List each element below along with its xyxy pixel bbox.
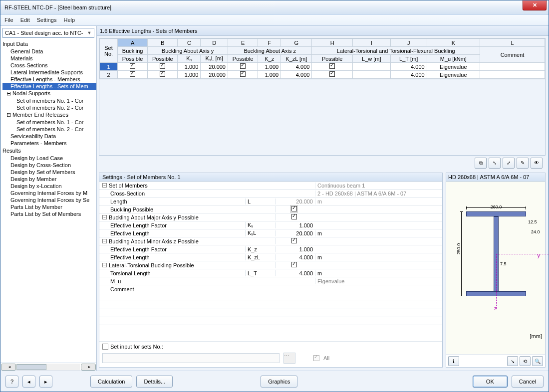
window-title: RF-STEEL NTC-DF - [Steel beam structure] [4, 4, 111, 10]
preview-btn-2[interactable]: ⟲ [520, 356, 531, 366]
tree-nodal[interactable]: ⊟ Nodal Supports [2, 90, 96, 97]
prev-button[interactable]: ◂ [22, 376, 35, 388]
tree-r-som[interactable]: Design by Set of Members [2, 169, 96, 176]
tree-eff-members[interactable]: Effective Lengths - Members [2, 76, 96, 83]
tree-serv[interactable]: Serviceability Data [2, 133, 96, 140]
tree-lateral[interactable]: Lateral Intermediate Supports [2, 69, 96, 76]
tree-r-plsom[interactable]: Parts List by Set of Members [2, 210, 96, 217]
titlebar: RF-STEEL NTC-DF - [Steel beam structure]… [0, 0, 549, 14]
tree-eff-sets-selected[interactable]: Effective Lengths - Sets of Mem [2, 83, 96, 90]
next-button[interactable]: ▸ [39, 376, 52, 388]
toolbar-btn-3[interactable]: ⤢ [503, 158, 515, 169]
tree-hscroll[interactable]: ◂ ▸ [0, 363, 96, 371]
sets-no-input[interactable] [102, 353, 279, 363]
ok-button[interactable]: OK [473, 376, 508, 388]
menu-settings[interactable]: Settings [37, 17, 57, 23]
col-set-no: SetNo. [100, 39, 118, 63]
section-drawing: 260.0 250.0 12.5 24.0 7.5 y z [mm] [446, 182, 545, 354]
left-panel: CA1 - Steel design acc. to NTC- ▼ Input … [0, 26, 97, 371]
buckling-possible-checkbox[interactable] [291, 206, 297, 211]
grid-row-2[interactable]: 2 1.000 20.000 1.000 4.000 4.000 Eigenva… [100, 71, 545, 79]
case-combo[interactable]: CA1 - Steel design acc. to NTC- ▼ [2, 28, 94, 38]
tree-mer1[interactable]: Set of members No. 1 - Cor [2, 119, 96, 126]
all-checkbox[interactable] [313, 355, 319, 361]
preview-btn-3[interactable]: 🔍 [532, 356, 543, 366]
settings-footer: Set input for sets No.: ⋯ All [99, 341, 442, 367]
scroll-right-icon[interactable]: ▸ [81, 364, 96, 371]
right-panel: 1.6 Effective Lengths - Sets of Members … [97, 26, 549, 371]
pane-title: 1.6 Effective Lengths - Sets of Members [97, 26, 549, 36]
nav-tree[interactable]: Input Data General Data Materials Cross-… [0, 39, 96, 363]
toolbar-btn-4[interactable]: ✎ [517, 158, 529, 169]
tree-r-xloc[interactable]: Design by x-Location [2, 183, 96, 190]
close-button[interactable]: ✕ [523, 0, 547, 10]
tree-results[interactable]: Results [2, 147, 96, 155]
tree-ns1[interactable]: Set of members No. 1 - Cor [2, 97, 96, 104]
menu-edit[interactable]: Edit [20, 17, 30, 23]
tree-r-gif-s[interactable]: Governing Internal Forces by Se [2, 196, 96, 203]
graphics-button[interactable]: Graphics [261, 376, 297, 388]
tree-r-mem[interactable]: Design by Member [2, 176, 96, 183]
tree-r-plm[interactable]: Parts List by Member [2, 203, 96, 210]
settings-header: Settings - Set of Members No. 1 [99, 173, 442, 182]
col-letter-a[interactable]: A [118, 39, 148, 47]
scroll-left-icon[interactable]: ◂ [1, 364, 16, 371]
settings-panel: Settings - Set of Members No. 1 −Set of … [99, 173, 443, 368]
tree-general[interactable]: General Data [2, 48, 96, 55]
collapse-icon[interactable]: − [102, 183, 107, 188]
tree-r-gif-m[interactable]: Governing Internal Forces by M [2, 190, 96, 196]
tree-mer2[interactable]: Set of members No. 2 - Cor [2, 126, 96, 133]
menu-file[interactable]: File [4, 17, 13, 23]
grid-row-1[interactable]: 1 1.000 20.000 1.000 4.000 4.000 Eigenva… [100, 63, 545, 71]
effective-lengths-grid[interactable]: SetNo. A B C D E F G H I J K L [99, 38, 546, 156]
tree-mer[interactable]: ⊟ Member End Releases [2, 111, 96, 119]
menu-help[interactable]: Help [63, 17, 75, 23]
info-button[interactable]: ℹ [448, 356, 459, 366]
section-preview: HD 260x68 | ASTM A 6/A 6M - 07 260.0 250… [446, 173, 546, 368]
toolbar-btn-5[interactable]: 👁 [531, 158, 543, 169]
checkbox-icon[interactable] [130, 63, 135, 69]
toolbar-btn-1[interactable]: ⧉ [475, 158, 487, 169]
details-button[interactable]: Details... [136, 376, 173, 388]
tree-ns2[interactable]: Set of members No. 2 - Cor [2, 104, 96, 111]
tree-params[interactable]: Parameters - Members [2, 140, 96, 147]
tree-cross-sections[interactable]: Cross-Sections [2, 62, 96, 69]
preview-btn-1[interactable]: ↘ [507, 356, 518, 366]
app-window: RF-STEEL NTC-DF - [Steel beam structure]… [0, 0, 549, 392]
chevron-down-icon: ▼ [86, 30, 93, 35]
tree-r-cs[interactable]: Design by Cross-Section [2, 162, 96, 169]
tree-input-data[interactable]: Input Data [2, 40, 96, 48]
set-input-checkbox[interactable] [102, 344, 108, 350]
menubar: File Edit Settings Help [0, 14, 549, 25]
preview-header: HD 260x68 | ASTM A 6/A 6M - 07 [446, 173, 545, 182]
tree-r-lc[interactable]: Design by Load Case [2, 155, 96, 162]
tree-materials[interactable]: Materials [2, 55, 96, 62]
grid-toolbar: ⧉ ⤡ ⤢ ✎ 👁 [97, 157, 546, 170]
help-button[interactable]: ? [5, 376, 18, 388]
calculation-button[interactable]: Calculation [90, 376, 132, 388]
pick-button[interactable]: ⋯ [283, 353, 295, 364]
toolbar-btn-2[interactable]: ⤡ [489, 158, 501, 169]
cancel-button[interactable]: Cancel [512, 376, 544, 388]
dialog-footer: ? ◂ ▸ Calculation Details... Graphics OK… [0, 371, 549, 392]
